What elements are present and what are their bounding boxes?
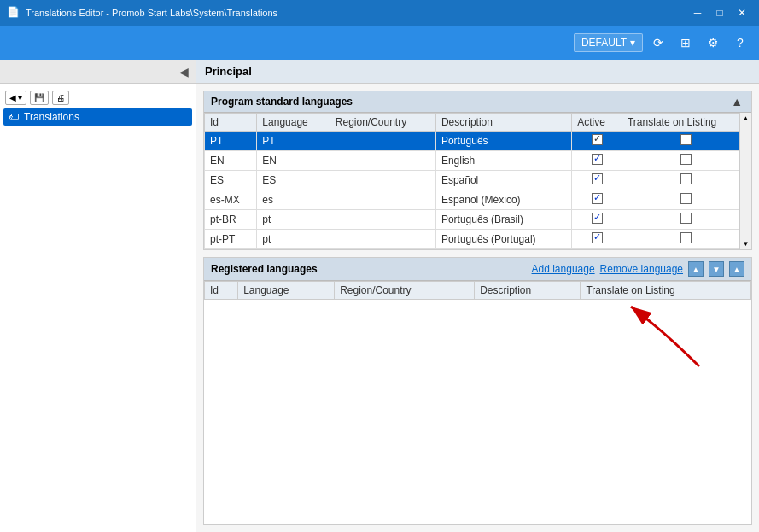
refresh-button[interactable]: ⟳: [646, 31, 670, 55]
active-checkbox[interactable]: [592, 154, 603, 165]
left-panel-content: ◀ ▾ 💾 🖨 🏷 Translations: [0, 84, 196, 129]
back-dropdown-button[interactable]: ◀ ▾: [5, 91, 26, 105]
cell-region: [330, 230, 435, 249]
table-row[interactable]: pt-BR pt Português (Brasil): [205, 210, 751, 230]
help-icon: ?: [737, 36, 744, 50]
reg-col-description: Description: [475, 282, 581, 300]
col-header-active: Active: [572, 114, 622, 132]
program-languages-section: Program standard languages ▲ Id Language…: [203, 91, 752, 250]
right-panel: Principal Program standard languages ▲ I…: [196, 60, 759, 532]
cell-language: es: [257, 190, 330, 210]
cell-active: [572, 210, 622, 230]
registered-toolbar-right: Add language Remove language ▲ ▼ ▲: [532, 261, 744, 277]
active-checkbox[interactable]: [592, 134, 603, 145]
active-checkbox[interactable]: [592, 232, 603, 243]
table-scrollbar[interactable]: ▲ ▼: [739, 113, 751, 249]
annotation-arrow: [614, 298, 716, 375]
cell-description: Português (Brasil): [435, 210, 571, 230]
cell-region: [330, 151, 435, 171]
help-button[interactable]: ?: [728, 31, 752, 55]
reg-col-region: Region/Country: [335, 282, 475, 300]
registered-collapse-button[interactable]: ▲: [729, 261, 744, 277]
registered-title: Registered languages: [211, 263, 318, 275]
col-header-id: Id: [205, 114, 257, 132]
cell-language: PT: [257, 132, 330, 151]
save-button[interactable]: 💾: [30, 91, 49, 105]
translate-checkbox[interactable]: [680, 134, 692, 145]
table-row[interactable]: EN EN English: [205, 151, 751, 171]
col-header-description: Description: [435, 114, 571, 132]
cell-region: [330, 171, 435, 190]
scroll-up-icon[interactable]: ▲: [743, 114, 750, 122]
move-down-button[interactable]: ▼: [709, 261, 724, 277]
cell-active: [572, 230, 622, 249]
cell-translate: [622, 190, 750, 210]
table-row[interactable]: es-MX es Español (México): [205, 190, 751, 210]
cell-id: pt-BR: [205, 210, 257, 230]
title-bar: 📄 Translations Editor - Promob Start Lab…: [0, 0, 759, 26]
translate-checkbox[interactable]: [680, 213, 692, 224]
remove-language-button[interactable]: Remove language: [600, 263, 683, 275]
table-header-row: Id Language Region/Country Description A…: [205, 114, 751, 132]
cell-description: Español: [435, 171, 571, 190]
maximize-button[interactable]: □: [709, 3, 730, 22]
table-row[interactable]: ES ES Español: [205, 171, 751, 190]
translate-checkbox[interactable]: [680, 193, 692, 204]
dropdown-arrow-icon: ▾: [630, 37, 635, 49]
right-panel-header: Principal: [196, 60, 759, 84]
col-header-region: Region/Country: [330, 114, 435, 132]
table-row[interactable]: pt-PT pt Português (Portugal): [205, 230, 751, 249]
minimize-button[interactable]: ─: [687, 3, 708, 22]
toolbar: DEFAULT ▾ ⟳ ⊞ ⚙ ?: [0, 26, 759, 60]
refresh-icon: ⟳: [653, 36, 663, 50]
back-dropdown-arrow: ▾: [18, 93, 22, 102]
reg-col-language: Language: [238, 282, 335, 300]
left-panel: ◀ ◀ ▾ 💾 🖨 🏷 Translations: [0, 60, 196, 532]
up-arrow-icon: ▲: [692, 265, 700, 274]
cell-id: EN: [205, 151, 257, 171]
close-button[interactable]: ✕: [732, 3, 752, 22]
principal-label: Principal: [205, 65, 252, 78]
registered-toolbar: Registered languages Add language Remove…: [204, 258, 751, 281]
print-icon: 🖨: [56, 93, 65, 102]
cell-translate: [622, 230, 750, 249]
translate-checkbox[interactable]: [680, 232, 692, 243]
title-bar-text: Translations Editor - Promob Start Labs\…: [26, 8, 277, 18]
default-dropdown-button[interactable]: DEFAULT ▾: [574, 33, 643, 52]
cell-language: ES: [257, 171, 330, 190]
cell-language: pt: [257, 230, 330, 249]
cell-translate: [622, 132, 750, 151]
grid-button[interactable]: ⊞: [674, 31, 698, 55]
program-languages-table-wrapper: Id Language Region/Country Description A…: [204, 113, 751, 249]
panel-toggle-icon[interactable]: ◀: [176, 63, 192, 80]
title-bar-controls: ─ □ ✕: [687, 3, 752, 22]
scroll-down-icon[interactable]: ▼: [743, 240, 750, 248]
collapse-icon: ▲: [733, 265, 741, 274]
left-toolbar: ◀ ▾ 💾 🖨: [3, 87, 192, 108]
settings-button[interactable]: ⚙: [701, 31, 725, 55]
active-checkbox[interactable]: [592, 193, 603, 204]
translate-checkbox[interactable]: [680, 154, 692, 165]
add-language-button[interactable]: Add language: [532, 263, 595, 275]
program-languages-title: Program standard languages: [211, 96, 353, 108]
left-panel-header: ◀: [0, 60, 196, 84]
active-checkbox[interactable]: [592, 213, 603, 224]
grid-icon: ⊞: [680, 36, 691, 50]
print-button[interactable]: 🖨: [52, 91, 69, 105]
cell-translate: [622, 171, 750, 190]
tree-item-translations[interactable]: 🏷 Translations: [3, 108, 192, 126]
reg-table-header-row: Id Language Region/Country Description T…: [205, 282, 751, 300]
cell-description: Português (Portugal): [435, 230, 571, 249]
cell-id: pt-PT: [205, 230, 257, 249]
translate-checkbox[interactable]: [680, 173, 692, 184]
cell-translate: [622, 210, 750, 230]
move-up-button[interactable]: ▲: [688, 261, 704, 277]
table-row[interactable]: PT PT Português: [205, 132, 751, 151]
registered-languages-table: Id Language Region/Country Description T…: [204, 281, 751, 300]
active-checkbox[interactable]: [592, 173, 603, 184]
program-section-collapse-button[interactable]: ▲: [729, 95, 744, 108]
col-header-language: Language: [257, 114, 330, 132]
registered-content: Id Language Region/Country Description T…: [204, 281, 751, 524]
cell-region: [330, 210, 435, 230]
cell-active: [572, 171, 622, 190]
